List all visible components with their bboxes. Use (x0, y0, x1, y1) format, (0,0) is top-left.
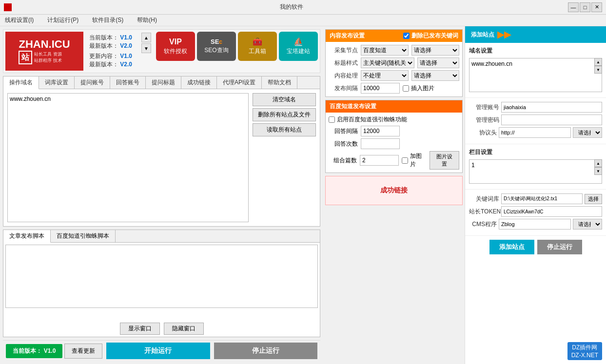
current-version-value: V1.0 (120, 34, 132, 41)
logo-icon: 站 (19, 51, 32, 64)
nav-textarea[interactable]: 1 (469, 159, 602, 184)
title-style-option-select[interactable]: 请选择 (417, 57, 459, 68)
tab-question-account[interactable]: 提问账号 (75, 77, 110, 89)
interval-input[interactable] (361, 83, 400, 94)
admin-account-row: 管理账号 (469, 102, 602, 113)
token-input[interactable] (501, 206, 602, 217)
content-settings-header: 内容发布设置 删除已发布关键词 (326, 30, 462, 42)
domain-buttons: 清空域名 删除所有站点及文件 读取所有站点 (253, 93, 316, 222)
start-run-button[interactable]: 开始运行 (106, 343, 210, 359)
middle-panel: 内容发布设置 删除已发布关键词 采集节点 百度知道 请选择 标题 (323, 26, 465, 364)
photo-checkbox[interactable] (402, 157, 408, 164)
content-process-label: 内容处理 (329, 72, 358, 80)
maximize-button[interactable]: □ (580, 2, 590, 12)
toolbox-label: 工具箱 (249, 47, 266, 56)
content-settings: 内容发布设置 删除已发布关键词 采集节点 百度知道 请选择 标题 (325, 29, 463, 97)
domain-scroll-up[interactable]: ▲ (594, 58, 602, 66)
tab-keywords[interactable]: 词库设置 (39, 77, 75, 89)
right-domain-textarea[interactable]: www.zhouen.cn (469, 58, 602, 92)
protocol-input[interactable] (499, 127, 571, 138)
keyword-lib-input[interactable] (501, 193, 583, 204)
delete-keywords-checkbox[interactable] (403, 33, 410, 39)
script-tab-baidu[interactable]: 百度知道引蜘蛛脚本 (51, 230, 116, 242)
check-update-button[interactable]: 查看更新 (64, 344, 102, 359)
menu-software-dir[interactable]: 软件目录(S) (89, 15, 126, 25)
delete-all-sites-button[interactable]: 删除所有站点及文件 (253, 108, 316, 121)
domain-scroll-down[interactable]: ▼ (594, 66, 602, 74)
watermark-sub: DZ-X.NET (571, 352, 598, 359)
script-textarea[interactable] (5, 245, 318, 308)
close-button[interactable]: ✕ (591, 2, 602, 12)
tabs-header: 操作域名 词库设置 提问账号 回答账号 提问标题 成功链接 代理API设置 帮助… (3, 77, 320, 89)
minimize-button[interactable]: — (568, 2, 579, 12)
scroll-down-button[interactable]: ▼ (141, 43, 151, 53)
cms-select[interactable]: 请选择 (573, 219, 602, 230)
collect-select[interactable]: 百度知道 (361, 45, 409, 56)
keyword-lib-row: 关键词库 选择 (469, 193, 602, 204)
account-settings-section: 管理账号 管理密码 协议头 请选择 (465, 98, 606, 144)
baidu-enable-check-label: 启用百度知道强引蜘蛛功能 (329, 115, 459, 124)
hide-window-button[interactable]: 隐藏窗口 (164, 323, 204, 335)
combo-input[interactable] (360, 155, 399, 166)
nav-scroll-down[interactable]: ▼ (594, 167, 602, 175)
answer-interval-input[interactable] (361, 126, 400, 136)
menu-schedule-run[interactable]: 计划运行(P) (44, 15, 81, 25)
clear-domain-button[interactable]: 清空域名 (253, 93, 316, 106)
script-footer: 显示窗口 隐藏窗口 (3, 321, 320, 337)
photo-check-label: 加图片 (402, 152, 427, 169)
cms-input[interactable] (499, 219, 571, 230)
delete-check-text: 删除已发布关键词 (411, 32, 458, 40)
add-site-button[interactable]: 添加站点 (489, 240, 534, 254)
stop-site-button[interactable]: 停止运行 (537, 240, 582, 254)
answer-count-input[interactable] (361, 138, 400, 149)
baidu-settings-title: 百度知道发布设置 (330, 103, 376, 110)
collect-option-select[interactable]: 请选择 (411, 45, 459, 56)
tab-help-doc[interactable]: 帮助文档 (262, 77, 297, 89)
stop-run-button[interactable]: 停止运行 (214, 343, 317, 359)
title-style-select[interactable]: 主关键词(随机关 (361, 57, 414, 68)
logo-sub2: 站群程序 技术 (34, 57, 62, 64)
content-process-select[interactable]: 不处理 (361, 70, 409, 81)
protocol-select[interactable]: 请选择 (573, 127, 602, 138)
protocol-label: 协议头 (469, 129, 497, 137)
cms-row: CMS程序 请选择 (469, 219, 602, 230)
content-process-option-select[interactable]: 请选择 (411, 70, 459, 81)
toolbox-button[interactable]: 🧰 工具箱 (238, 32, 277, 61)
vip-button[interactable]: VIP 软件授权 (156, 32, 195, 61)
tab-proxy-api[interactable]: 代理API设置 (217, 77, 262, 89)
script-tab-article[interactable]: 文章发布脚本 (3, 230, 51, 243)
latest-version-value: V2.0 (120, 42, 132, 49)
baidu-enable-checkbox[interactable] (329, 116, 335, 123)
read-all-sites-button[interactable]: 读取所有站点 (253, 123, 316, 136)
tab-domain[interactable]: 操作域名 (3, 77, 39, 89)
photo-settings-button[interactable]: 图片设置 (430, 151, 459, 170)
scroll-up-button[interactable]: ▲ (141, 33, 151, 42)
baidu-enable-text: 启用百度知道强引蜘蛛功能 (337, 115, 407, 124)
vip-label: 软件授权 (164, 47, 187, 56)
nav-scroll-up[interactable]: ▲ (594, 159, 602, 167)
menu-thread-settings[interactable]: 线程设置(I) (2, 15, 37, 25)
menu-help[interactable]: 帮助(H) (134, 15, 160, 25)
baidu-row-answer-interval: 回答间隔 (329, 126, 459, 136)
show-window-button[interactable]: 显示窗口 (120, 323, 160, 335)
add-site-title: 添加站点 (471, 31, 494, 39)
domain-textarea[interactable]: www.zhouen.cn (7, 93, 249, 222)
logo-zhan-text: ZHAN.ICU (19, 38, 70, 51)
admin-account-input[interactable] (501, 102, 602, 113)
baota-button[interactable]: ⛵ 宝塔建站 (279, 32, 318, 61)
tab-question-title[interactable]: 提问标题 (146, 77, 181, 89)
seo-button[interactable]: SEc SEO查询 (197, 32, 236, 61)
right-panel: 添加站点 ▶▶ 域名设置 www.zhouen.cn ▲ ▼ 管理账号 管理密码 (465, 26, 606, 364)
quick-buttons: VIP 软件授权 SEc SEO查询 🧰 工具箱 ⛵ 宝塔建站 (156, 32, 318, 71)
delete-check-label: 删除已发布关键词 (403, 32, 458, 40)
tab-answer-account[interactable]: 回答账号 (110, 77, 146, 89)
vip-icon: VIP (169, 38, 182, 46)
answer-interval-label: 回答间隔 (329, 127, 358, 135)
version-display: 当前版本： V1.0 查看更新 (6, 344, 102, 359)
insert-img-checkbox[interactable] (403, 85, 409, 92)
combo-label: 组合篇数 (329, 156, 357, 165)
admin-password-input[interactable] (501, 115, 602, 125)
bottom-bar: 当前版本： V1.0 查看更新 开始运行 停止运行 (3, 340, 320, 361)
tab-success-link[interactable]: 成功链接 (181, 77, 217, 89)
keyword-lib-select-button[interactable]: 选择 (585, 194, 602, 204)
